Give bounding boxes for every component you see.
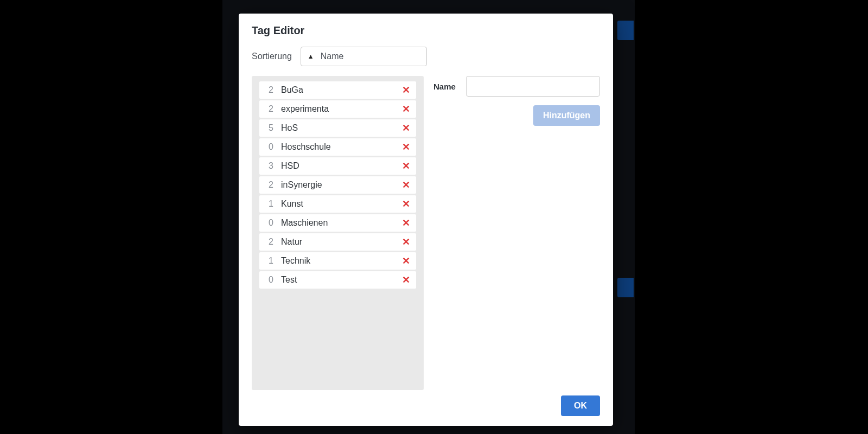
sort-label: Sortierung <box>252 52 292 61</box>
modal-content-row: 2BuGa✕2experimenta✕5HoS✕0Hoschschule✕3HS… <box>252 76 600 390</box>
delete-icon[interactable]: ✕ <box>400 180 412 190</box>
sort-value: Name <box>321 52 344 61</box>
tag-row[interactable]: 2Natur✕ <box>259 233 416 251</box>
tag-count: 0 <box>259 142 281 152</box>
tag-name: Test <box>281 275 400 285</box>
tag-count: 2 <box>259 104 281 114</box>
modal-footer: OK <box>252 395 600 416</box>
tag-name: BuGa <box>281 85 400 95</box>
tag-name: inSynergie <box>281 180 400 190</box>
tag-count: 0 <box>259 275 281 285</box>
sort-row: Sortierung ▲ Name <box>252 47 600 66</box>
tag-row[interactable]: 2BuGa✕ <box>259 81 416 99</box>
sort-dropdown[interactable]: ▲ Name <box>301 47 427 66</box>
ok-button[interactable]: OK <box>561 395 600 416</box>
delete-icon[interactable]: ✕ <box>400 275 412 285</box>
tag-count: 0 <box>259 218 281 228</box>
tag-list[interactable]: 2BuGa✕2experimenta✕5HoS✕0Hoschschule✕3HS… <box>252 76 424 390</box>
tag-count: 3 <box>259 161 281 171</box>
tag-count: 2 <box>259 85 281 95</box>
tag-row[interactable]: 1Kunst✕ <box>259 195 416 213</box>
delete-icon[interactable]: ✕ <box>400 142 412 152</box>
tag-name: Maschienen <box>281 218 400 228</box>
name-field-row: Name <box>433 76 600 97</box>
name-input[interactable] <box>466 76 600 97</box>
tag-count: 1 <box>259 256 281 266</box>
tag-count: 2 <box>259 180 281 190</box>
delete-icon[interactable]: ✕ <box>400 85 412 95</box>
tag-count: 5 <box>259 123 281 133</box>
delete-icon[interactable]: ✕ <box>400 256 412 266</box>
modal-title: Tag Editor <box>252 24 600 37</box>
tag-row[interactable]: 1Technik✕ <box>259 252 416 270</box>
tag-form: Name Hinzufügen <box>433 76 600 390</box>
tag-row[interactable]: 2experimenta✕ <box>259 100 416 118</box>
tag-editor-modal: Tag Editor Sortierung ▲ Name 2BuGa✕2expe… <box>239 14 613 426</box>
tag-name: Kunst <box>281 199 400 209</box>
tag-row[interactable]: 5HoS✕ <box>259 119 416 137</box>
tag-row[interactable]: 0Hoschschule✕ <box>259 138 416 156</box>
tag-count: 1 <box>259 199 281 209</box>
tag-row[interactable]: 2inSynergie✕ <box>259 176 416 194</box>
sort-ascending-icon: ▲ <box>308 53 314 60</box>
bg-button-sliver <box>617 21 634 40</box>
tag-name: experimenta <box>281 104 400 114</box>
tag-name: HSD <box>281 161 400 171</box>
delete-icon[interactable]: ✕ <box>400 104 412 114</box>
delete-icon[interactable]: ✕ <box>400 218 412 228</box>
tag-name: HoS <box>281 123 400 133</box>
tag-row[interactable]: 0Test✕ <box>259 271 416 289</box>
name-label: Name <box>433 82 458 91</box>
delete-icon[interactable]: ✕ <box>400 161 412 171</box>
delete-icon[interactable]: ✕ <box>400 237 412 247</box>
delete-icon[interactable]: ✕ <box>400 199 412 209</box>
tag-name: Hoschschule <box>281 142 400 152</box>
bg-button-sliver <box>617 278 634 297</box>
tag-name: Natur <box>281 237 400 247</box>
add-button[interactable]: Hinzufügen <box>533 105 600 126</box>
tag-count: 2 <box>259 237 281 247</box>
delete-icon[interactable]: ✕ <box>400 123 412 133</box>
tag-name: Technik <box>281 256 400 266</box>
tag-row[interactable]: 3HSD✕ <box>259 157 416 175</box>
tag-row[interactable]: 0Maschienen✕ <box>259 214 416 232</box>
